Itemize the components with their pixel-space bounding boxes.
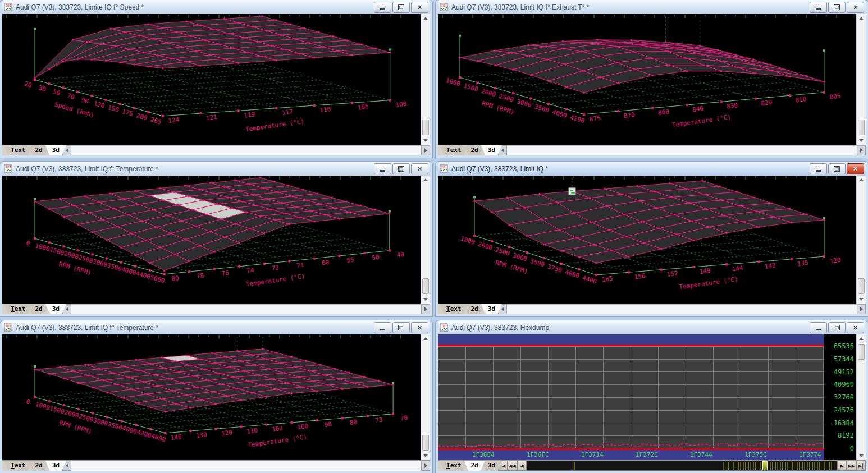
hscroll-right-arrow[interactable] <box>421 461 430 471</box>
scroll-up-arrow[interactable] <box>421 334 430 343</box>
scroll-down-arrow[interactable] <box>857 295 866 304</box>
vertical-scrollbar[interactable] <box>856 334 866 460</box>
hscroll-right-arrow[interactable] <box>857 145 866 155</box>
nav-fwd-button[interactable]: ▶ <box>837 461 847 471</box>
scrollbar-thumb[interactable] <box>858 120 865 135</box>
view-tab-bar: Text 2d 3d <box>2 145 430 155</box>
svg-text:156: 156 <box>634 272 646 281</box>
vertical-scrollbar[interactable] <box>856 14 866 145</box>
scroll-up-arrow[interactable] <box>421 176 430 184</box>
minimize-button[interactable] <box>810 2 827 13</box>
scrollbar-thumb[interactable] <box>422 435 429 451</box>
triangle-up-icon <box>859 15 864 20</box>
scroll-down-arrow[interactable] <box>857 452 866 460</box>
minimize-button[interactable] <box>810 163 827 174</box>
restore-button[interactable] <box>392 322 410 333</box>
close-button[interactable]: × <box>847 322 864 333</box>
triangle-right-icon <box>424 307 430 311</box>
horizontal-scrollbar-track[interactable] <box>71 461 421 471</box>
minimize-button[interactable] <box>374 2 391 13</box>
triangle-up-icon <box>859 176 864 181</box>
titlebar[interactable]: IOI Audi Q7 (V3), 383723, Limit IQ * × <box>438 162 866 176</box>
close-button[interactable]: × <box>847 2 864 13</box>
hscroll-right-arrow[interactable] <box>421 145 430 155</box>
surface-plot-speed[interactable]: 2030507090120150175200265Speed (kmh)1241… <box>2 14 421 145</box>
scrollbar-thumb[interactable] <box>858 344 865 360</box>
titlebar[interactable]: IOI Audi Q7 (V3), 383723, Limite IQ f° S… <box>2 0 430 14</box>
scrollbar-thumb[interactable] <box>858 278 865 294</box>
restore-button[interactable] <box>828 322 846 333</box>
close-button[interactable]: × <box>411 2 428 13</box>
surface-plot-limit-iq[interactable]: 10002000250030003500375040004400RPM (RPM… <box>438 176 856 304</box>
window-title: Audi Q7 (V3), 383723, Limit IQ f° Temper… <box>16 165 374 173</box>
scroll-up-arrow[interactable] <box>857 334 866 343</box>
horizontal-scrollbar-track[interactable] <box>507 304 857 314</box>
surface-plot-exhaust[interactable]: 10001500200025003000350040004200RPM (RPM… <box>438 14 856 145</box>
minimap-data-cluster <box>722 462 833 470</box>
surface-plot-temperature-1[interactable]: 0100015002000250030003500400044005000RPM… <box>2 176 421 304</box>
svg-text:102: 102 <box>271 424 283 433</box>
close-button[interactable]: × <box>411 163 428 174</box>
address-label: 1F372C <box>636 451 658 458</box>
hscroll-right-arrow[interactable] <box>857 304 866 314</box>
vertical-scrollbar[interactable] <box>856 176 866 304</box>
nav-fast-fwd-button[interactable]: ▶▶ <box>847 461 856 471</box>
scroll-down-arrow[interactable] <box>421 136 430 145</box>
hexdump-graph[interactable]: 1F36E41F36FC1F37141F372C1F37441F375C1F37… <box>438 334 824 460</box>
scroll-up-arrow[interactable] <box>857 176 866 184</box>
tab-text[interactable]: Text <box>440 461 468 471</box>
svg-text:120: 120 <box>829 256 841 265</box>
svg-text:100: 100 <box>395 100 406 109</box>
hexdump-trace <box>438 442 824 448</box>
tab-text[interactable]: Text <box>440 145 468 155</box>
scroll-down-arrow[interactable] <box>421 452 430 460</box>
minimize-button[interactable] <box>810 322 827 333</box>
minimap-position-marker[interactable] <box>762 461 768 470</box>
svg-text:30: 30 <box>38 84 47 93</box>
tab-text[interactable]: Text <box>4 145 33 155</box>
hexdump-grid[interactable] <box>438 346 824 448</box>
vertical-scrollbar[interactable] <box>421 176 430 304</box>
svg-text:76: 76 <box>221 269 230 278</box>
minimize-button[interactable] <box>374 322 391 333</box>
titlebar[interactable]: IOI Audi Q7 (V3), 383723, Hexdump × <box>438 320 866 334</box>
titlebar[interactable]: IOI Audi Q7 (V3), 383723, Limit IQ f° Ex… <box>438 0 866 14</box>
tab-text[interactable]: Text <box>440 304 468 314</box>
horizontal-scrollbar-track[interactable] <box>71 145 421 155</box>
nav-back-button[interactable]: ◀ <box>517 461 527 471</box>
vertical-scrollbar[interactable] <box>421 334 430 460</box>
scrollbar-thumb[interactable] <box>422 278 429 294</box>
close-button[interactable]: × <box>847 163 864 174</box>
scroll-down-arrow[interactable] <box>421 295 430 304</box>
scroll-up-arrow[interactable] <box>421 14 430 22</box>
triangle-up-icon <box>423 176 428 181</box>
titlebar[interactable]: IOI Audi Q7 (V3), 383723, Limit IQ f° Te… <box>2 162 430 176</box>
restore-button[interactable] <box>392 163 410 174</box>
restore-button[interactable] <box>392 2 410 13</box>
titlebar[interactable]: IOI Audi Q7 (V3), 383723, Limit IQ f° Te… <box>2 320 430 334</box>
window-title: Audi Q7 (V3), 383723, Hexdump <box>451 324 810 332</box>
close-icon: × <box>853 3 858 11</box>
horizontal-scrollbar-track[interactable] <box>71 304 421 314</box>
minimize-button[interactable] <box>374 163 391 174</box>
close-button[interactable]: × <box>411 322 428 333</box>
hscroll-right-arrow[interactable] <box>421 304 430 314</box>
minimize-icon <box>380 329 385 330</box>
nav-fast-back-button[interactable]: ◀◀ <box>508 461 517 471</box>
nav-last-button[interactable]: ▶| <box>856 461 866 471</box>
scroll-up-arrow[interactable] <box>857 14 866 22</box>
tab-text[interactable]: Text <box>4 304 33 314</box>
restore-button[interactable] <box>828 163 846 174</box>
triangle-down-icon <box>859 139 864 144</box>
scrollbar-thumb[interactable] <box>422 120 429 135</box>
hexdump-minimap-scrollbar[interactable] <box>527 461 837 471</box>
tab-text[interactable]: Text <box>4 461 33 471</box>
restore-button[interactable] <box>828 2 846 13</box>
scroll-down-arrow[interactable] <box>857 136 866 145</box>
tab-2d[interactable]: 2d <box>464 461 485 471</box>
horizontal-scrollbar-track[interactable] <box>507 145 857 155</box>
vertical-scrollbar[interactable] <box>421 14 430 145</box>
svg-text:830: 830 <box>726 102 738 111</box>
view-tab-bar: Text 2d 3d <box>438 145 866 155</box>
surface-plot-temperature-2[interactable]: 0100015002000250030003500400042004800RPM… <box>2 334 421 460</box>
